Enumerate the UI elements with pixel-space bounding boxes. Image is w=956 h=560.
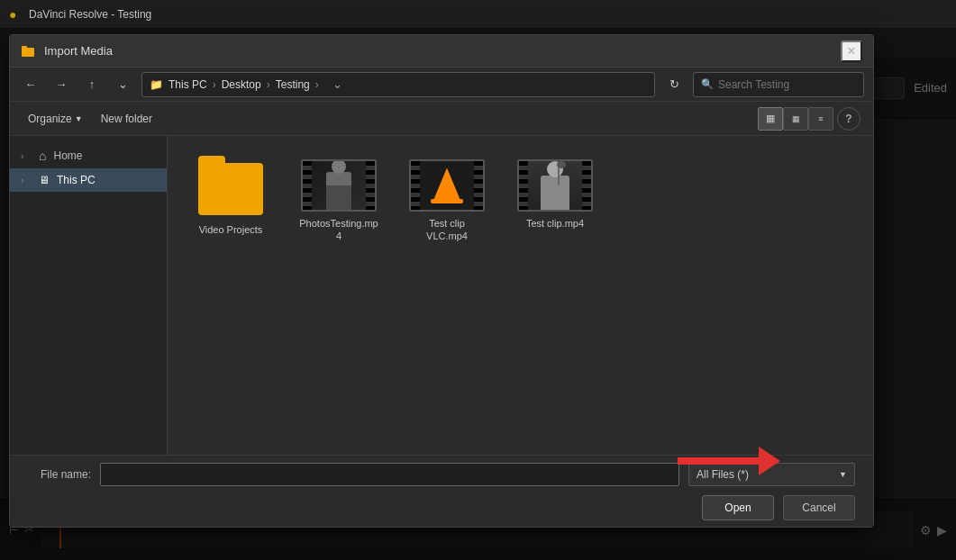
film-strip-left-vlc bbox=[411, 161, 420, 210]
file-label-test-clip-vlc: Test clip VLC.mp4 bbox=[407, 217, 487, 243]
home-icon: ⌂ bbox=[39, 149, 46, 163]
back-button[interactable]: ← bbox=[19, 73, 42, 96]
dialog-titlebar: Import Media × bbox=[10, 35, 873, 68]
sidebar-home-label: Home bbox=[53, 149, 82, 162]
forward-button[interactable]: → bbox=[50, 73, 73, 96]
file-label-video-projects: Video Projects bbox=[199, 223, 263, 236]
search-input[interactable] bbox=[718, 78, 856, 91]
buttons-row: Open Cancel bbox=[28, 495, 855, 520]
dialog-toolbar2: Organize ▼ New folder ▦ ▦ ≡ ? bbox=[10, 102, 873, 136]
computer-icon: 🖥 bbox=[39, 174, 50, 186]
video-thumb-vlc bbox=[409, 159, 485, 212]
dialog-content: › ⌂ Home › 🖥 This PC bbox=[10, 136, 873, 455]
sidebar-expand-pc: › bbox=[21, 176, 32, 185]
dialog-files-area: Video Projects bbox=[168, 136, 873, 455]
video-thumb-photos bbox=[301, 159, 377, 212]
path-folder-icon: 📁 bbox=[150, 78, 163, 91]
path-part-2: Desktop bbox=[222, 78, 261, 91]
film-strip-right-vlc bbox=[474, 161, 483, 210]
sidebar-item-home[interactable]: › ⌂ Home bbox=[10, 143, 167, 168]
sidebar-section: › ⌂ Home › 🖥 This PC bbox=[10, 143, 167, 192]
cancel-button[interactable]: Cancel bbox=[783, 495, 855, 520]
dialog-toolbar: ← → ↑ ⌄ 📁 This PC › Desktop › Testing › … bbox=[10, 68, 873, 102]
toolbar2-right: ▦ ▦ ≡ ? bbox=[758, 107, 860, 131]
path-sep-2: › bbox=[267, 78, 270, 91]
svg-rect-1 bbox=[22, 46, 27, 50]
film-strip-left-clip bbox=[519, 161, 528, 210]
thumb-content-test-clip bbox=[528, 161, 582, 210]
film-strip-left bbox=[303, 161, 312, 210]
recent-button[interactable]: ⌄ bbox=[111, 73, 134, 96]
app-icon: ● bbox=[9, 7, 23, 22]
title-bar-text: DaVinci Resolve - Testing bbox=[29, 8, 151, 21]
file-item-test-clip-vlc[interactable]: Test clip VLC.mp4 bbox=[402, 154, 492, 248]
help-button[interactable]: ? bbox=[837, 107, 860, 131]
file-item-video-projects[interactable]: Video Projects bbox=[186, 154, 276, 248]
path-part-3: Testing bbox=[276, 78, 310, 91]
film-strip-right-clip bbox=[582, 161, 591, 210]
view-toggle-group: ▦ ▦ ≡ bbox=[758, 107, 833, 131]
arrow-indicator bbox=[678, 447, 780, 475]
view-details-button[interactable]: ≡ bbox=[808, 107, 833, 131]
title-bar: ● DaVinci Resolve - Testing bbox=[0, 0, 956, 29]
path-bar[interactable]: 📁 This PC › Desktop › Testing › ⌄ bbox=[141, 72, 655, 97]
film-strip-right bbox=[366, 161, 375, 210]
file-item-test-clip[interactable]: Test clip.mp4 bbox=[510, 154, 600, 248]
file-item-photos-testing[interactable]: PhotosTesting.mp4 bbox=[294, 154, 384, 248]
search-bar[interactable]: 🔍 bbox=[693, 72, 864, 97]
refresh-button[interactable]: ↻ bbox=[662, 73, 686, 96]
organize-chevron: ▼ bbox=[75, 114, 83, 123]
dialog-icon bbox=[21, 43, 37, 59]
arrow-shaft bbox=[678, 457, 759, 465]
thumb-content-photos bbox=[312, 161, 366, 210]
new-folder-button[interactable]: New folder bbox=[96, 109, 158, 129]
view-medium-icons-button[interactable]: ▦ bbox=[783, 107, 808, 131]
path-part-1: This PC bbox=[168, 78, 207, 91]
dialog-close-button[interactable]: × bbox=[841, 41, 862, 62]
path-sep-3: › bbox=[315, 78, 319, 91]
open-button[interactable]: Open bbox=[702, 495, 774, 520]
arrow-head bbox=[759, 447, 780, 475]
thumb-content-vlc bbox=[420, 161, 474, 210]
filename-label: File name: bbox=[28, 468, 91, 481]
dialog-title: Import Media bbox=[44, 44, 841, 58]
path-sep-1: › bbox=[213, 78, 216, 91]
sidebar-item-this-pc[interactable]: › 🖥 This PC bbox=[10, 168, 167, 192]
modal-overlay: Import Media × ← → ↑ ⌄ 📁 This PC › Deskt… bbox=[0, 29, 956, 560]
organize-button[interactable]: Organize ▼ bbox=[23, 109, 88, 129]
folder-shape bbox=[198, 163, 263, 215]
sidebar-pc-label: This PC bbox=[57, 174, 96, 186]
dialog-sidebar: › ⌂ Home › 🖥 This PC bbox=[10, 136, 168, 455]
search-bar-icon: 🔍 bbox=[701, 78, 714, 90]
path-dropdown-button[interactable]: ⌄ bbox=[328, 75, 348, 95]
file-label-photos-testing: PhotosTesting.mp4 bbox=[299, 217, 378, 243]
folder-icon-video-projects bbox=[195, 159, 267, 218]
organize-label: Organize bbox=[28, 113, 72, 125]
up-button[interactable]: ↑ bbox=[80, 73, 104, 96]
view-large-icons-button[interactable]: ▦ bbox=[758, 107, 783, 131]
file-label-test-clip: Test clip.mp4 bbox=[526, 217, 584, 230]
filename-input[interactable] bbox=[100, 463, 679, 486]
filetype-chevron: ▼ bbox=[839, 470, 847, 479]
video-thumb-test-clip bbox=[517, 159, 593, 212]
sidebar-expand-home: › bbox=[21, 151, 32, 161]
